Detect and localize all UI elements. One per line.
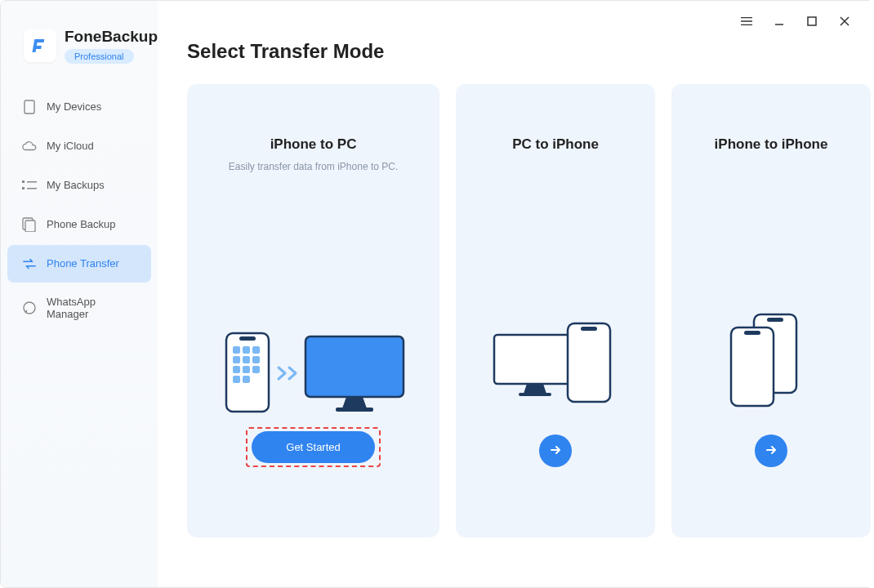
- maximize-icon[interactable]: [806, 16, 818, 27]
- svg-rect-23: [336, 408, 373, 412]
- window-controls: [741, 16, 850, 27]
- app-window: FoneBackup Professional My Devices My iC…: [0, 0, 874, 588]
- transfer-mode-cards: iPhone to PC Easily transfer data from i…: [187, 84, 871, 537]
- backup-icon: [22, 217, 37, 232]
- illustration-pc-to-iphone: [469, 185, 642, 537]
- svg-rect-18: [243, 366, 250, 373]
- svg-rect-19: [252, 366, 260, 373]
- card-pc-to-iphone[interactable]: PC to iPhone: [456, 84, 655, 537]
- sidebar: FoneBackup Professional My Devices My iC…: [1, 1, 158, 587]
- svg-rect-22: [305, 336, 404, 397]
- highlight-box: Get Started: [246, 427, 380, 467]
- menu-icon[interactable]: [741, 16, 752, 27]
- arrow-right-icon: [765, 443, 778, 459]
- svg-rect-29: [767, 318, 783, 322]
- svg-rect-26: [568, 323, 610, 402]
- svg-rect-12: [243, 346, 250, 354]
- sidebar-item-whatsapp-manager[interactable]: WhatsApp Manager: [7, 284, 151, 332]
- sidebar-item-label: Phone Backup: [47, 218, 116, 230]
- svg-rect-0: [808, 17, 816, 25]
- svg-rect-7: [25, 220, 35, 232]
- brand-name: FoneBackup: [65, 29, 158, 46]
- arrow-right-icon: [549, 443, 562, 459]
- svg-rect-27: [581, 327, 597, 331]
- svg-rect-4: [22, 187, 25, 189]
- sidebar-item-label: Phone Transfer: [47, 257, 119, 270]
- brand-block: FoneBackup Professional: [1, 29, 158, 64]
- svg-rect-5: [27, 188, 37, 189]
- svg-rect-17: [233, 366, 240, 373]
- illustration-iphone-to-iphone: [684, 185, 858, 537]
- card-title: iPhone to PC: [270, 136, 357, 153]
- page-title: Select Transfer Mode: [187, 40, 871, 63]
- list-icon: [22, 178, 37, 193]
- svg-rect-25: [519, 393, 551, 396]
- svg-rect-31: [744, 331, 760, 335]
- sidebar-item-my-devices[interactable]: My Devices: [7, 88, 151, 126]
- chat-icon: [22, 301, 37, 315]
- sidebar-item-my-icloud[interactable]: My iCloud: [7, 127, 151, 165]
- card-title: iPhone to iPhone: [715, 136, 828, 153]
- svg-rect-13: [252, 346, 260, 354]
- get-started-button[interactable]: Get Started: [252, 431, 374, 463]
- app-logo-icon: [24, 29, 56, 62]
- svg-rect-14: [233, 356, 240, 363]
- arrow-button[interactable]: [539, 434, 572, 467]
- sidebar-item-my-backups[interactable]: My Backups: [7, 167, 151, 204]
- brand-badge: Professional: [65, 49, 134, 64]
- svg-rect-21: [243, 376, 250, 383]
- sidebar-item-label: My Devices: [47, 100, 101, 113]
- arrow-button[interactable]: [755, 434, 787, 467]
- cloud-icon: [22, 139, 37, 154]
- sidebar-item-label: My Backups: [47, 179, 105, 191]
- svg-rect-1: [25, 100, 34, 114]
- card-description: Easily transfer data from iPhone to PC.: [229, 161, 398, 172]
- minimize-icon[interactable]: [774, 16, 785, 27]
- card-iphone-to-pc[interactable]: iPhone to PC Easily transfer data from i…: [187, 84, 439, 537]
- main-content: Select Transfer Mode iPhone to PC Easily…: [158, 1, 874, 587]
- svg-rect-10: [239, 336, 256, 341]
- svg-rect-2: [22, 180, 25, 183]
- svg-rect-16: [252, 356, 260, 363]
- sidebar-item-phone-transfer[interactable]: Phone Transfer: [7, 245, 151, 283]
- transfer-icon: [22, 256, 37, 271]
- svg-rect-24: [494, 335, 576, 384]
- card-title: PC to iPhone: [512, 136, 599, 153]
- svg-rect-30: [731, 327, 774, 406]
- close-icon[interactable]: [839, 16, 850, 27]
- svg-rect-15: [243, 356, 250, 363]
- sidebar-item-label: My iCloud: [47, 140, 94, 152]
- phone-icon: [22, 100, 37, 114]
- svg-rect-20: [233, 376, 240, 383]
- svg-rect-3: [27, 181, 37, 183]
- card-iphone-to-iphone[interactable]: iPhone to iPhone: [671, 84, 871, 537]
- illustration-iphone-to-pc: [200, 205, 426, 537]
- sidebar-nav: My Devices My iCloud My Backups: [1, 88, 158, 332]
- sidebar-item-phone-backup[interactable]: Phone Backup: [7, 206, 151, 243]
- svg-rect-11: [233, 346, 240, 354]
- sidebar-item-label: WhatsApp Manager: [47, 296, 136, 320]
